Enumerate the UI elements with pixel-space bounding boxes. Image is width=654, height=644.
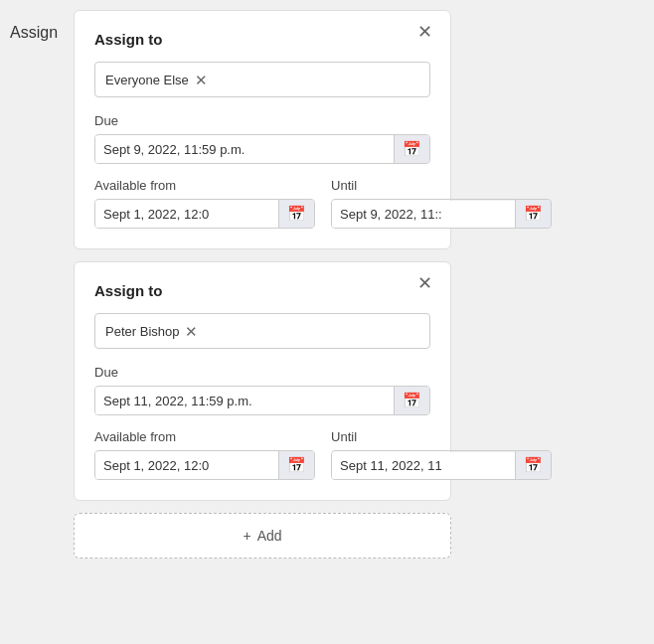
available-from-col-2: Available from 📅	[94, 429, 315, 480]
until-label-1: Until	[331, 178, 552, 193]
available-from-wrapper-2: 📅	[94, 450, 315, 480]
due-label-1: Due	[94, 113, 430, 128]
until-input-1[interactable]	[332, 201, 515, 228]
assignee-tag-2-label: Peter Bishop	[105, 324, 179, 339]
available-from-calendar-btn-2[interactable]: 📅	[278, 451, 314, 479]
add-label: Add	[257, 528, 282, 544]
assign-panel-1: ✕ Assign to Everyone Else ✕ Due 📅 Availa…	[74, 10, 451, 249]
due-calendar-btn-1[interactable]: 📅	[394, 135, 429, 163]
date-range-row-2: Available from 📅 Until 📅	[94, 429, 430, 480]
assignee-input-2[interactable]: Peter Bishop ✕	[94, 313, 430, 349]
remove-assignee-1-button[interactable]: ✕	[195, 73, 208, 87]
assignee-tag-1-label: Everyone Else	[105, 73, 189, 87]
close-panel-2-button[interactable]: ✕	[413, 274, 436, 292]
due-wrapper-1: 📅	[94, 134, 430, 164]
due-wrapper-2: 📅	[94, 386, 430, 415]
available-from-label-2: Available from	[94, 429, 315, 444]
available-from-wrapper-1: 📅	[94, 199, 315, 229]
until-col-2: Until 📅	[331, 429, 552, 480]
until-col-1: Until 📅	[331, 178, 552, 229]
available-from-col-1: Available from 📅	[94, 178, 315, 229]
until-calendar-btn-1[interactable]: 📅	[515, 200, 551, 228]
due-label-2: Due	[94, 365, 430, 380]
assign-panel-2: ✕ Assign to Peter Bishop ✕ Due 📅 Availab…	[74, 261, 451, 501]
panel-2-title: Assign to	[94, 282, 430, 299]
until-label-2: Until	[331, 429, 552, 444]
assignee-tag-2: Peter Bishop ✕	[105, 324, 198, 339]
remove-assignee-2-button[interactable]: ✕	[185, 324, 198, 339]
assignee-input-1[interactable]: Everyone Else ✕	[94, 62, 430, 97]
panels-container: ✕ Assign to Everyone Else ✕ Due 📅 Availa…	[74, 10, 451, 559]
date-range-row-1: Available from 📅 Until 📅	[94, 178, 430, 229]
add-icon: +	[243, 528, 250, 544]
close-panel-1-button[interactable]: ✕	[413, 23, 436, 41]
due-input-1[interactable]	[95, 136, 394, 163]
available-from-label-1: Available from	[94, 178, 315, 193]
due-calendar-btn-2[interactable]: 📅	[394, 387, 429, 414]
add-assignment-button[interactable]: + Add	[74, 513, 451, 559]
until-wrapper-1: 📅	[331, 199, 552, 229]
until-wrapper-2: 📅	[331, 450, 552, 480]
panel-1-title: Assign to	[94, 31, 430, 48]
available-from-input-2[interactable]	[95, 452, 278, 479]
page-label: Assign	[10, 24, 58, 42]
until-calendar-btn-2[interactable]: 📅	[515, 451, 551, 479]
until-input-2[interactable]	[332, 452, 515, 479]
available-from-calendar-btn-1[interactable]: 📅	[278, 200, 314, 228]
available-from-input-1[interactable]	[95, 201, 278, 228]
assignee-tag-1: Everyone Else ✕	[105, 73, 208, 87]
due-input-2[interactable]	[95, 388, 394, 414]
